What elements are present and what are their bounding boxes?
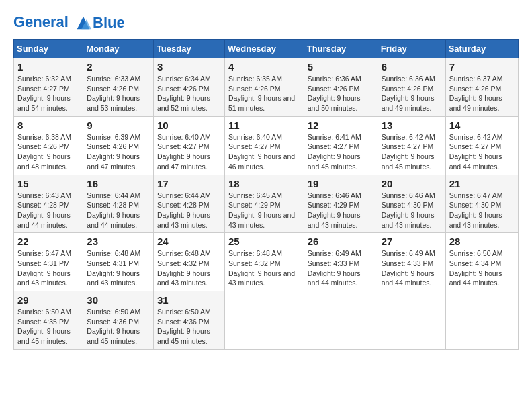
calendar-day-header: Thursday (304, 40, 378, 58)
day-info: Sunrise: 6:45 AM Sunset: 4:29 PM Dayligh… (228, 191, 300, 230)
day-number: 3 (157, 61, 221, 73)
calendar-cell: 10 Sunrise: 6:40 AM Sunset: 4:27 PM Dayl… (153, 116, 224, 175)
calendar-week-row: 29 Sunrise: 6:50 AM Sunset: 4:35 PM Dayl… (14, 291, 519, 350)
day-number: 31 (157, 294, 221, 306)
day-info: Sunrise: 6:34 AM Sunset: 4:26 PM Dayligh… (157, 74, 221, 113)
day-info: Sunrise: 6:49 AM Sunset: 4:33 PM Dayligh… (382, 248, 442, 288)
day-info: Sunrise: 6:47 AM Sunset: 4:31 PM Dayligh… (17, 248, 79, 288)
calendar-cell: 22 Sunrise: 6:47 AM Sunset: 4:31 PM Dayl… (14, 233, 83, 291)
day-number: 12 (308, 120, 374, 131)
day-info: Sunrise: 6:43 AM Sunset: 4:28 PM Dayligh… (17, 191, 79, 230)
day-info: Sunrise: 6:44 AM Sunset: 4:28 PM Dayligh… (157, 191, 221, 230)
day-number: 8 (17, 120, 79, 131)
day-info: Sunrise: 6:38 AM Sunset: 4:26 PM Dayligh… (17, 132, 79, 172)
calendar-table: SundayMondayTuesdayWednesdayThursdayFrid… (13, 39, 519, 350)
logo: General Blue (13, 13, 125, 32)
day-info: Sunrise: 6:48 AM Sunset: 4:32 PM Dayligh… (157, 248, 221, 288)
calendar-cell: 4 Sunrise: 6:35 AM Sunset: 4:26 PM Dayli… (224, 58, 304, 117)
day-number: 6 (382, 61, 442, 73)
day-number: 16 (87, 178, 150, 189)
calendar-day-header: Friday (378, 40, 445, 58)
calendar-cell: 18 Sunrise: 6:45 AM Sunset: 4:29 PM Dayl… (224, 175, 304, 233)
calendar-week-row: 1 Sunrise: 6:32 AM Sunset: 4:27 PM Dayli… (14, 58, 519, 117)
day-info: Sunrise: 6:36 AM Sunset: 4:26 PM Dayligh… (382, 74, 442, 113)
calendar-header-row: SundayMondayTuesdayWednesdayThursdayFrid… (14, 40, 519, 58)
calendar-cell: 14 Sunrise: 6:42 AM Sunset: 4:27 PM Dayl… (445, 116, 518, 175)
day-number: 1 (17, 61, 79, 73)
day-number: 21 (449, 178, 515, 189)
day-number: 26 (308, 236, 374, 247)
day-info: Sunrise: 6:39 AM Sunset: 4:26 PM Dayligh… (87, 132, 150, 172)
day-number: 9 (87, 120, 150, 131)
calendar-cell: 24 Sunrise: 6:48 AM Sunset: 4:32 PM Dayl… (153, 233, 224, 291)
day-info: Sunrise: 6:48 AM Sunset: 4:31 PM Dayligh… (87, 248, 150, 288)
logo-blue: Blue (93, 15, 125, 31)
calendar-cell: 31 Sunrise: 6:50 AM Sunset: 4:36 PM Dayl… (153, 291, 224, 350)
calendar-cell: 17 Sunrise: 6:44 AM Sunset: 4:28 PM Dayl… (153, 175, 224, 233)
calendar-day-header: Monday (83, 40, 154, 58)
calendar-day-header: Saturday (445, 40, 518, 58)
calendar-cell: 12 Sunrise: 6:41 AM Sunset: 4:27 PM Dayl… (304, 116, 378, 175)
calendar-cell: 25 Sunrise: 6:48 AM Sunset: 4:32 PM Dayl… (224, 233, 304, 291)
calendar-cell: 20 Sunrise: 6:46 AM Sunset: 4:30 PM Dayl… (378, 175, 445, 233)
day-info: Sunrise: 6:47 AM Sunset: 4:30 PM Dayligh… (449, 191, 515, 230)
calendar-cell: 3 Sunrise: 6:34 AM Sunset: 4:26 PM Dayli… (153, 58, 224, 117)
day-info: Sunrise: 6:44 AM Sunset: 4:28 PM Dayligh… (87, 191, 150, 230)
day-info: Sunrise: 6:50 AM Sunset: 4:34 PM Dayligh… (449, 248, 515, 288)
day-number: 14 (449, 120, 515, 131)
calendar-cell: 5 Sunrise: 6:36 AM Sunset: 4:26 PM Dayli… (304, 58, 378, 117)
page-header: General Blue (13, 13, 519, 32)
calendar-cell: 6 Sunrise: 6:36 AM Sunset: 4:26 PM Dayli… (378, 58, 445, 117)
day-info: Sunrise: 6:50 AM Sunset: 4:35 PM Dayligh… (17, 307, 79, 347)
day-number: 15 (17, 178, 79, 189)
day-number: 24 (157, 236, 221, 247)
day-number: 17 (157, 178, 221, 189)
day-info: Sunrise: 6:37 AM Sunset: 4:26 PM Dayligh… (449, 74, 515, 113)
calendar-cell (224, 291, 304, 350)
day-info: Sunrise: 6:36 AM Sunset: 4:26 PM Dayligh… (308, 74, 374, 113)
day-number: 18 (228, 178, 300, 189)
calendar-cell: 15 Sunrise: 6:43 AM Sunset: 4:28 PM Dayl… (14, 175, 83, 233)
day-number: 30 (87, 294, 150, 306)
calendar-cell (378, 291, 445, 350)
day-number: 29 (17, 294, 79, 306)
calendar-cell: 2 Sunrise: 6:33 AM Sunset: 4:26 PM Dayli… (83, 58, 154, 117)
calendar-week-row: 15 Sunrise: 6:43 AM Sunset: 4:28 PM Dayl… (14, 175, 519, 233)
day-number: 10 (157, 120, 221, 131)
day-info: Sunrise: 6:40 AM Sunset: 4:27 PM Dayligh… (228, 132, 300, 172)
day-info: Sunrise: 6:41 AM Sunset: 4:27 PM Dayligh… (308, 132, 374, 172)
day-number: 27 (382, 236, 442, 247)
day-number: 5 (308, 61, 374, 73)
day-info: Sunrise: 6:48 AM Sunset: 4:32 PM Dayligh… (228, 248, 300, 288)
day-number: 4 (228, 61, 300, 73)
day-info: Sunrise: 6:42 AM Sunset: 4:27 PM Dayligh… (382, 132, 442, 172)
day-number: 7 (449, 61, 515, 73)
day-number: 23 (87, 236, 150, 247)
day-number: 20 (382, 178, 442, 189)
day-info: Sunrise: 6:46 AM Sunset: 4:29 PM Dayligh… (308, 191, 374, 230)
day-info: Sunrise: 6:42 AM Sunset: 4:27 PM Dayligh… (449, 132, 515, 172)
day-info: Sunrise: 6:50 AM Sunset: 4:36 PM Dayligh… (87, 307, 150, 347)
calendar-cell: 27 Sunrise: 6:49 AM Sunset: 4:33 PM Dayl… (378, 233, 445, 291)
calendar-cell (445, 291, 518, 350)
day-info: Sunrise: 6:40 AM Sunset: 4:27 PM Dayligh… (157, 132, 221, 172)
day-info: Sunrise: 6:33 AM Sunset: 4:26 PM Dayligh… (87, 74, 150, 113)
calendar-day-header: Tuesday (153, 40, 224, 58)
day-info: Sunrise: 6:50 AM Sunset: 4:36 PM Dayligh… (157, 307, 221, 347)
calendar-cell: 21 Sunrise: 6:47 AM Sunset: 4:30 PM Dayl… (445, 175, 518, 233)
calendar-cell: 28 Sunrise: 6:50 AM Sunset: 4:34 PM Dayl… (445, 233, 518, 291)
day-number: 19 (308, 178, 374, 189)
logo-text: General (13, 13, 93, 32)
day-number: 28 (449, 236, 515, 247)
calendar-cell: 26 Sunrise: 6:49 AM Sunset: 4:33 PM Dayl… (304, 233, 378, 291)
calendar-cell: 13 Sunrise: 6:42 AM Sunset: 4:27 PM Dayl… (378, 116, 445, 175)
day-number: 2 (87, 61, 150, 73)
calendar-cell: 7 Sunrise: 6:37 AM Sunset: 4:26 PM Dayli… (445, 58, 518, 117)
calendar-cell (304, 291, 378, 350)
day-number: 22 (17, 236, 79, 247)
day-number: 13 (382, 120, 442, 131)
day-number: 25 (228, 236, 300, 247)
calendar-body: 1 Sunrise: 6:32 AM Sunset: 4:27 PM Dayli… (14, 58, 519, 350)
calendar-cell: 30 Sunrise: 6:50 AM Sunset: 4:36 PM Dayl… (83, 291, 154, 350)
calendar-cell: 11 Sunrise: 6:40 AM Sunset: 4:27 PM Dayl… (224, 116, 304, 175)
